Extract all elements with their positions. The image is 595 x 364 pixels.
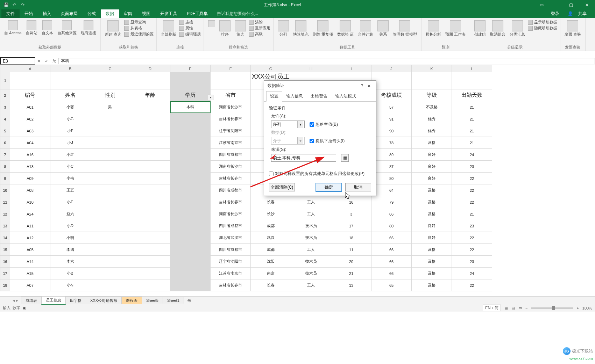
cell[interactable]: 长春 (251, 196, 291, 208)
cell[interactable]: A02 (10, 113, 50, 125)
cell[interactable]: 小N (50, 279, 90, 291)
cell[interactable]: 技术员 (291, 268, 331, 279)
row-header[interactable]: 6 (0, 137, 10, 149)
cell[interactable] (90, 161, 130, 173)
allow-select[interactable]: 序列▾ (271, 121, 305, 128)
cell[interactable] (130, 137, 170, 149)
cell[interactable]: 李四 (50, 244, 90, 256)
tell-me[interactable]: 告诉我您想要做什么... (213, 9, 262, 18)
cell[interactable] (90, 173, 130, 184)
sort-button[interactable]: 排序 (218, 20, 232, 37)
cell[interactable]: A12 (10, 232, 50, 244)
ungroup-button[interactable]: 取消组合 (489, 20, 507, 37)
ribbon-options-icon[interactable]: ▭ (536, 2, 547, 7)
sort-az-button[interactable] (207, 20, 217, 28)
cell[interactable] (90, 268, 130, 279)
tab-review[interactable]: 审阅 (119, 9, 137, 18)
new-sheet-button[interactable]: ⊕ (184, 298, 195, 303)
cell[interactable]: 小J (50, 137, 90, 149)
cell[interactable]: 89 (371, 149, 412, 161)
cell[interactable] (170, 256, 211, 268)
cell[interactable] (170, 232, 211, 244)
cell[interactable] (170, 184, 211, 196)
from-web-button[interactable]: 自网站 (24, 20, 39, 36)
data-validation-button[interactable]: 数据验 证 (336, 20, 355, 37)
cell[interactable] (90, 232, 130, 244)
flash-fill-button[interactable]: 快速填充 (292, 20, 310, 37)
cell[interactable]: A05 (10, 244, 50, 256)
cell[interactable] (130, 173, 170, 184)
cell[interactable]: 66 (371, 208, 412, 220)
cell[interactable]: 20 (331, 256, 371, 268)
cell[interactable]: A24 (10, 208, 50, 220)
cell[interactable]: 22 (452, 196, 492, 208)
tab-data[interactable]: 数据 (101, 9, 119, 18)
row-header[interactable]: 18 (0, 279, 10, 291)
dialog-tab-input[interactable]: 输入信息 (282, 91, 307, 101)
zoom-out-button[interactable]: − (525, 306, 527, 310)
cell[interactable] (170, 113, 211, 125)
cell[interactable] (90, 196, 130, 208)
cell[interactable]: 技术员 (291, 220, 331, 232)
cell[interactable] (10, 72, 50, 89)
row-header[interactable]: 11 (0, 196, 10, 208)
zoom-level[interactable]: 100% (582, 306, 592, 310)
cell[interactable] (90, 137, 130, 149)
cell[interactable]: A04 (10, 137, 50, 149)
cell[interactable]: 年龄 (130, 89, 170, 101)
cell[interactable]: 小G (50, 113, 90, 125)
row-header[interactable]: 15 (0, 244, 10, 256)
cell[interactable]: 66 (371, 268, 412, 279)
cell[interactable]: 11 (331, 244, 371, 256)
cell[interactable]: 不及格 (412, 101, 452, 113)
row-header[interactable]: 17 (0, 268, 10, 279)
cell[interactable]: 姓名 (50, 89, 90, 101)
dialog-tab-ime[interactable]: 输入法模式 (331, 91, 360, 101)
column-header[interactable]: A (10, 65, 50, 72)
row-header[interactable]: 10 (0, 184, 10, 196)
cell[interactable] (170, 173, 211, 184)
cell[interactable]: 李六 (50, 256, 90, 268)
enter-formula-icon[interactable]: ✓ (43, 59, 50, 64)
cell[interactable]: 24 (452, 268, 492, 279)
cell[interactable]: 小张 (50, 101, 90, 113)
cell[interactable] (130, 244, 170, 256)
cell[interactable] (90, 256, 130, 268)
cell[interactable] (170, 196, 211, 208)
cell[interactable]: 22 (452, 279, 492, 291)
cell[interactable]: 及格 (412, 244, 452, 256)
cell[interactable] (130, 256, 170, 268)
show-query-button[interactable]: 显示查询 (124, 20, 154, 25)
cancel-formula-icon[interactable]: ✕ (35, 59, 43, 64)
cell[interactable] (130, 279, 170, 291)
row-header[interactable]: 2 (0, 89, 10, 101)
tab-file[interactable]: 文件 (1, 9, 20, 18)
view-break-icon[interactable]: ▭ (518, 306, 522, 310)
cell[interactable] (170, 125, 211, 137)
cell[interactable] (170, 220, 211, 232)
new-query-button[interactable]: 新建 查询 (104, 20, 123, 37)
reapply-button[interactable]: 重新应用 (249, 26, 270, 31)
recent-sources-button[interactable]: 最近使用的源 (124, 31, 154, 37)
cell[interactable]: 小E (50, 196, 90, 208)
dialog-close-button[interactable]: ✕ (366, 83, 373, 88)
row-header[interactable]: 14 (0, 232, 10, 244)
cell[interactable]: 吉林省长春市 (211, 113, 251, 125)
row-header[interactable]: 13 (0, 220, 10, 232)
sheet-nav-next-icon[interactable]: ▸ (16, 298, 18, 303)
cell[interactable]: 沈阳 (251, 256, 291, 268)
range-picker-icon[interactable]: ▦ (341, 154, 349, 162)
cell[interactable]: 66 (371, 256, 412, 268)
cell[interactable]: 湖南省长沙市 (211, 161, 251, 173)
cell[interactable]: 工人 (291, 244, 331, 256)
show-detail-button[interactable]: 显示明细数据 (528, 20, 557, 25)
cell[interactable]: 优秀 (412, 113, 452, 125)
ok-button[interactable]: 确定 (316, 183, 342, 191)
cell[interactable] (170, 268, 211, 279)
column-header[interactable]: L (452, 65, 492, 72)
cell[interactable]: 及格 (412, 256, 452, 268)
share-button[interactable]: 👤 共享 (564, 9, 595, 18)
column-header[interactable]: D (130, 65, 170, 72)
cell[interactable]: A08 (10, 184, 50, 196)
from-other-button[interactable]: 自其他来源 (56, 20, 78, 36)
